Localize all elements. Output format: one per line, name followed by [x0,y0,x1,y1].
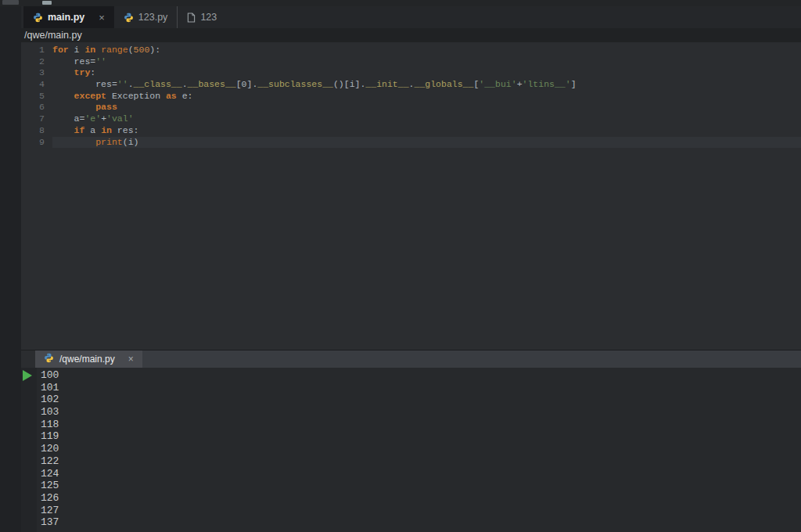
run-panel-tab[interactable]: /qwe/main.py× [35,350,142,368]
code-editor[interactable]: 1for i in range(500):2 res=''3 try:4 res… [21,42,801,350]
line-number: 2 [21,56,52,68]
left-rail [0,6,21,532]
line-number: 9 [21,137,52,149]
run-panel-tab-label: /qwe/main.py [59,354,115,365]
output-line: 137 [41,516,801,529]
run-output-gutter [21,368,37,532]
breadcrumb[interactable]: /qwe/main.py [21,28,801,42]
editor-tab-label: 123 [200,12,217,23]
output-line: 125 [41,480,801,492]
output-line: 118 [41,419,801,431]
code-text: res=''.__class__.__bases__[0].__subclass… [52,79,801,91]
code-line-4[interactable]: 4 res=''.__class__.__bases__[0].__subcla… [21,79,801,91]
line-number: 3 [21,67,52,79]
editor-tab-123.py[interactable]: 123.py [114,6,178,28]
editor-tab-123[interactable]: 123 [177,6,226,28]
output-line: 119 [41,430,801,443]
output-line: 101 [41,382,801,394]
output-line: 102 [41,394,801,406]
window-control-fragment-icon [2,0,19,5]
code-text: try: [52,67,801,79]
line-number: 1 [21,45,52,56]
output-line: 100 [41,369,801,382]
window-top-strip [0,0,801,6]
code-line-1[interactable]: 1for i in range(500): [21,45,801,56]
code-text: for i in range(500): [52,45,801,56]
code-text: a='e'+'val' [52,113,801,125]
line-number: 4 [21,79,52,91]
code-line-7[interactable]: 7 a='e'+'val' [21,113,801,125]
editor-tab-label: main.py [48,12,84,23]
output-line: 124 [41,468,801,480]
code-text: except Exception as e: [52,91,801,102]
code-text: pass [52,102,801,113]
line-number: 5 [21,91,52,102]
run-play-icon[interactable] [23,370,32,381]
run-panel-tab-bar: /qwe/main.py× [21,350,801,368]
python-icon [44,353,54,365]
code-text: print(i) [52,137,801,149]
code-line-9[interactable]: 9 print(i) [21,137,801,149]
code-text: if a in res: [52,125,801,137]
python-icon [124,13,134,23]
output-line: 103 [41,406,801,419]
line-number: 6 [21,102,52,113]
run-output-text[interactable]: 100101102103118119120122124125126127137 [37,368,801,532]
editor-tab-label: 123.py [138,12,168,23]
editor-tab-main.py[interactable]: main.py× [23,6,114,28]
file-icon [187,13,196,23]
output-line: 120 [41,443,801,455]
close-tab-icon[interactable]: × [99,12,105,23]
run-output-panel[interactable]: 100101102103118119120122124125126127137 [21,368,801,532]
ide-window: main.py×123.py123 /qwe/main.py 1for i in… [0,0,801,532]
python-icon [33,13,43,23]
code-line-5[interactable]: 5 except Exception as e: [21,91,801,102]
output-line: 126 [41,492,801,505]
code-line-6[interactable]: 6 pass [21,102,801,113]
code-line-8[interactable]: 8 if a in res: [21,125,801,137]
run-panel-tab-spacer [21,350,35,368]
breadcrumb-path[interactable]: /qwe/main.py [24,30,82,41]
editor-tab-bar: main.py×123.py123 [21,6,801,28]
output-line: 122 [41,455,801,468]
code-line-3[interactable]: 3 try: [21,67,801,79]
line-number: 8 [21,125,52,137]
code-text: res='' [52,56,801,68]
line-number: 7 [21,113,52,125]
output-line: 127 [41,505,801,517]
window-control-fragment-icon [42,1,52,5]
close-tab-icon[interactable]: × [128,354,134,365]
code-line-2[interactable]: 2 res='' [21,56,801,68]
